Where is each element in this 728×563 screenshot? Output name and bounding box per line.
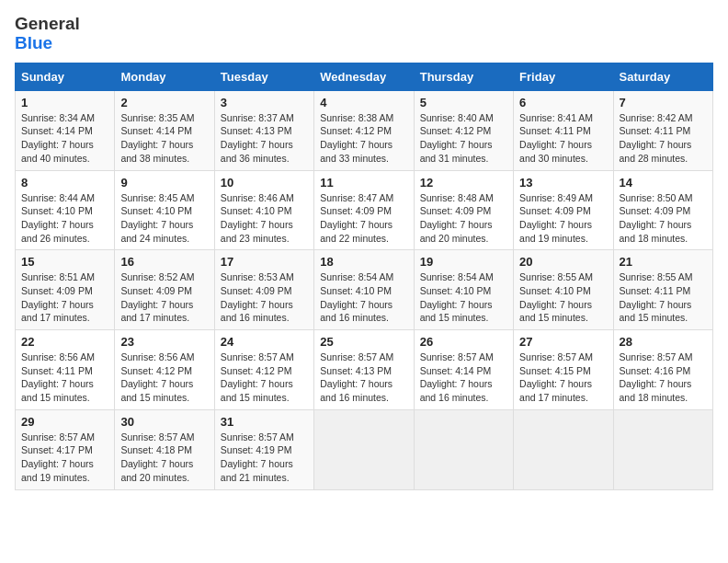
day-info: Sunrise: 8:46 AMSunset: 4:10 PMDaylight:… [221,191,308,246]
day-cell: 8 Sunrise: 8:44 AMSunset: 4:10 PMDayligh… [16,170,115,250]
day-number: 7 [620,96,707,109]
day-cell: 21 Sunrise: 8:55 AMSunset: 4:11 PMDaylig… [613,250,712,330]
day-number: 17 [221,255,308,269]
day-cell: 30 Sunrise: 8:57 AMSunset: 4:18 PMDaylig… [115,409,214,489]
day-cell: 16 Sunrise: 8:52 AMSunset: 4:09 PMDaylig… [115,250,214,330]
day-info: Sunrise: 8:51 AMSunset: 4:09 PMDaylight:… [21,270,108,325]
day-cell: 9 Sunrise: 8:45 AMSunset: 4:10 PMDayligh… [115,170,214,250]
day-number: 31 [221,415,308,429]
day-cell: 19 Sunrise: 8:54 AMSunset: 4:10 PMDaylig… [414,250,513,330]
col-header-monday: Monday [115,63,214,90]
col-header-thursday: Thursday [414,63,513,90]
day-info: Sunrise: 8:55 AMSunset: 4:11 PMDaylight:… [620,270,707,325]
day-info: Sunrise: 8:54 AMSunset: 4:10 PMDaylight:… [320,270,407,325]
logo-blue-text: Blue [15,34,52,53]
day-info: Sunrise: 8:45 AMSunset: 4:10 PMDaylight:… [120,191,208,246]
day-cell: 27 Sunrise: 8:57 AMSunset: 4:15 PMDaylig… [514,330,613,410]
col-header-friday: Friday [514,63,613,90]
day-info: Sunrise: 8:47 AMSunset: 4:09 PMDaylight:… [320,191,407,246]
day-number: 3 [221,96,308,109]
day-number: 11 [320,176,407,190]
day-number: 4 [320,96,407,109]
day-number: 26 [420,335,507,349]
day-info: Sunrise: 8:44 AMSunset: 4:10 PMDaylight:… [21,191,108,246]
day-cell: 28 Sunrise: 8:57 AMSunset: 4:16 PMDaylig… [613,330,712,410]
day-number: 13 [519,176,607,190]
day-info: Sunrise: 8:57 AMSunset: 4:19 PMDaylight:… [221,431,308,485]
day-number: 19 [420,255,507,269]
day-number: 20 [519,255,607,269]
day-number: 6 [519,96,607,109]
logo: General Blue [15,15,80,53]
day-cell: 13 Sunrise: 8:49 AMSunset: 4:09 PMDaylig… [514,170,613,250]
day-cell: 25 Sunrise: 8:57 AMSunset: 4:13 PMDaylig… [314,330,414,410]
day-info: Sunrise: 8:54 AMSunset: 4:10 PMDaylight:… [420,270,507,325]
day-info: Sunrise: 8:38 AMSunset: 4:12 PMDaylight:… [320,111,407,166]
day-number: 18 [320,255,407,269]
day-info: Sunrise: 8:57 AMSunset: 4:14 PMDaylight:… [420,350,507,405]
day-number: 23 [120,335,208,349]
day-cell: 17 Sunrise: 8:53 AMSunset: 4:09 PMDaylig… [214,250,313,330]
week-row-5: 29 Sunrise: 8:57 AMSunset: 4:17 PMDaylig… [16,409,713,489]
week-row-2: 8 Sunrise: 8:44 AMSunset: 4:10 PMDayligh… [16,170,713,250]
day-number: 29 [21,415,108,429]
day-number: 10 [221,176,308,190]
week-row-4: 22 Sunrise: 8:56 AMSunset: 4:11 PMDaylig… [16,330,713,410]
header: General Blue [15,15,713,53]
day-info: Sunrise: 8:52 AMSunset: 4:09 PMDaylight:… [120,270,208,325]
day-cell: 18 Sunrise: 8:54 AMSunset: 4:10 PMDaylig… [314,250,414,330]
day-info: Sunrise: 8:34 AMSunset: 4:14 PMDaylight:… [21,111,108,166]
day-info: Sunrise: 8:41 AMSunset: 4:11 PMDaylight:… [519,111,607,166]
day-number: 28 [620,335,707,349]
day-cell: 6 Sunrise: 8:41 AMSunset: 4:11 PMDayligh… [514,90,613,170]
day-cell: 24 Sunrise: 8:57 AMSunset: 4:12 PMDaylig… [214,330,313,410]
day-info: Sunrise: 8:57 AMSunset: 4:15 PMDaylight:… [519,350,607,405]
day-info: Sunrise: 8:53 AMSunset: 4:09 PMDaylight:… [221,270,308,325]
day-number: 15 [21,255,108,269]
day-cell: 15 Sunrise: 8:51 AMSunset: 4:09 PMDaylig… [16,250,115,330]
day-number: 1 [21,96,108,109]
day-info: Sunrise: 8:57 AMSunset: 4:12 PMDaylight:… [221,350,308,405]
day-info: Sunrise: 8:48 AMSunset: 4:09 PMDaylight:… [420,191,507,246]
day-cell: 2 Sunrise: 8:35 AMSunset: 4:14 PMDayligh… [115,90,214,170]
day-info: Sunrise: 8:55 AMSunset: 4:10 PMDaylight:… [519,270,607,325]
col-header-tuesday: Tuesday [214,63,313,90]
day-cell: 7 Sunrise: 8:42 AMSunset: 4:11 PMDayligh… [613,90,712,170]
col-header-saturday: Saturday [613,63,712,90]
week-row-3: 15 Sunrise: 8:51 AMSunset: 4:09 PMDaylig… [16,250,713,330]
header-row: SundayMondayTuesdayWednesdayThursdayFrid… [16,63,713,90]
day-cell: 23 Sunrise: 8:56 AMSunset: 4:12 PMDaylig… [115,330,214,410]
day-cell: 4 Sunrise: 8:38 AMSunset: 4:12 PMDayligh… [314,90,414,170]
day-number: 16 [120,255,208,269]
day-cell: 14 Sunrise: 8:50 AMSunset: 4:09 PMDaylig… [613,170,712,250]
day-info: Sunrise: 8:56 AMSunset: 4:12 PMDaylight:… [120,350,208,405]
day-cell [414,409,513,489]
day-number: 14 [620,176,707,190]
day-cell: 10 Sunrise: 8:46 AMSunset: 4:10 PMDaylig… [214,170,313,250]
day-number: 27 [519,335,607,349]
day-number: 30 [120,415,208,429]
week-row-1: 1 Sunrise: 8:34 AMSunset: 4:14 PMDayligh… [16,90,713,170]
day-cell [514,409,613,489]
col-header-wednesday: Wednesday [314,63,414,90]
day-number: 2 [120,96,208,109]
day-info: Sunrise: 8:57 AMSunset: 4:18 PMDaylight:… [120,431,208,485]
day-cell: 29 Sunrise: 8:57 AMSunset: 4:17 PMDaylig… [16,409,115,489]
day-number: 21 [620,255,707,269]
day-cell: 22 Sunrise: 8:56 AMSunset: 4:11 PMDaylig… [16,330,115,410]
day-cell [314,409,414,489]
day-number: 9 [120,176,208,190]
day-cell: 3 Sunrise: 8:37 AMSunset: 4:13 PMDayligh… [214,90,313,170]
day-cell [613,409,712,489]
day-cell: 26 Sunrise: 8:57 AMSunset: 4:14 PMDaylig… [414,330,513,410]
day-cell: 31 Sunrise: 8:57 AMSunset: 4:19 PMDaylig… [214,409,313,489]
day-cell: 1 Sunrise: 8:34 AMSunset: 4:14 PMDayligh… [16,90,115,170]
day-number: 22 [21,335,108,349]
logo-general-text: General [15,15,80,34]
day-cell: 5 Sunrise: 8:40 AMSunset: 4:12 PMDayligh… [414,90,513,170]
calendar-table: SundayMondayTuesdayWednesdayThursdayFrid… [15,63,713,490]
day-info: Sunrise: 8:57 AMSunset: 4:17 PMDaylight:… [21,431,108,485]
day-info: Sunrise: 8:49 AMSunset: 4:09 PMDaylight:… [519,191,607,246]
day-info: Sunrise: 8:42 AMSunset: 4:11 PMDaylight:… [620,111,707,166]
day-info: Sunrise: 8:50 AMSunset: 4:09 PMDaylight:… [620,191,707,246]
